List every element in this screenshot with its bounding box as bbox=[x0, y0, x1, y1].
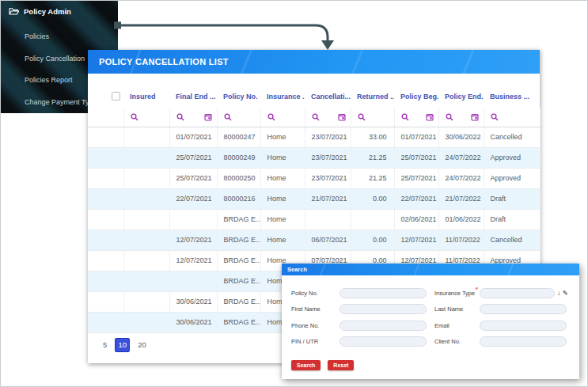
table-row[interactable]: 12/07/2021BRDAG E...Home06/07/20210.0012… bbox=[88, 230, 540, 250]
cell-policy_end: 24/07/2022 bbox=[438, 168, 484, 188]
dialog-field-row: Policy No.Insurance Type*↓✎ bbox=[282, 285, 579, 302]
search-filter-icon[interactable] bbox=[401, 113, 409, 121]
search-filter-icon[interactable] bbox=[312, 113, 320, 121]
cell-select bbox=[88, 209, 123, 230]
sidebar-item-change-payment-type[interactable]: Change Payment Type bbox=[25, 98, 97, 106]
last-name-field[interactable] bbox=[480, 304, 567, 314]
cell-returned: 0.00 bbox=[351, 230, 394, 250]
cell-business: Draft bbox=[484, 188, 540, 209]
page-size-option-20[interactable]: 20 bbox=[137, 339, 147, 351]
cell-business: Approved bbox=[484, 168, 540, 188]
phone-no-field[interactable] bbox=[340, 321, 427, 331]
search-filter-icon[interactable] bbox=[491, 113, 499, 121]
cell-insurance: Home bbox=[260, 168, 305, 188]
select-all-checkbox[interactable] bbox=[112, 92, 120, 101]
cell-select bbox=[88, 168, 123, 188]
cell-select bbox=[88, 147, 123, 168]
cell-insured bbox=[123, 271, 169, 291]
column-header-returned[interactable]: Returned ... bbox=[351, 85, 394, 108]
first-name-field[interactable] bbox=[340, 304, 427, 314]
field-label-insurance-type: Insurance Type bbox=[434, 290, 476, 297]
cell-returned: 21.25 bbox=[351, 168, 394, 188]
search-filter-icon[interactable] bbox=[131, 113, 138, 121]
cell-policy_no: 80000250 bbox=[217, 168, 260, 188]
cell-final_end: 12/07/2021 bbox=[169, 230, 217, 250]
search-dialog-header[interactable]: Search bbox=[282, 264, 579, 275]
cell-cancellation bbox=[305, 209, 351, 230]
cell-final_end bbox=[169, 271, 217, 291]
search-filter-icon[interactable] bbox=[358, 113, 366, 121]
dialog-buttons: Search Reset bbox=[291, 360, 579, 370]
pin-utr-field[interactable] bbox=[340, 336, 427, 347]
cell-final_end: 01/07/2021 bbox=[169, 127, 217, 147]
sidebar-item-policy-cancellation[interactable]: Policy Cancellation bbox=[25, 55, 85, 63]
search-filter-icon[interactable] bbox=[267, 113, 275, 121]
edit-pencil-icon[interactable]: ✎ bbox=[563, 288, 568, 298]
sidebar-item-policies[interactable]: Policies bbox=[25, 32, 49, 40]
search-button[interactable]: Search bbox=[291, 360, 321, 370]
table-row[interactable]: BRDAG E...Home02/06/202101/06/2022Draft bbox=[88, 209, 540, 230]
cell-policy_no: 80000249 bbox=[217, 147, 260, 168]
cell-policy_no: BRDAG E... bbox=[217, 230, 260, 250]
cell-policy_no: BRDAG E... bbox=[217, 209, 260, 230]
email-field[interactable] bbox=[480, 321, 567, 331]
field-label-client-no: Client No. bbox=[434, 338, 476, 345]
dropdown-arrow-icon[interactable]: ↓ bbox=[557, 288, 560, 298]
column-header-cancellation[interactable]: Cancellati... bbox=[305, 85, 351, 108]
table-row[interactable]: 01/07/202180000247Home23/07/202133.0001/… bbox=[88, 127, 540, 147]
insurance-type-field[interactable] bbox=[480, 288, 555, 298]
calendar-icon[interactable] bbox=[338, 113, 346, 121]
table-row[interactable]: 25/07/202180000249Home23/07/202121.2525/… bbox=[88, 147, 540, 168]
panel-header: POLICY CANCELLATION LIST bbox=[88, 50, 540, 74]
calendar-icon[interactable] bbox=[204, 113, 212, 121]
cell-returned: 33.00 bbox=[351, 127, 394, 147]
cell-cancellation: 21/07/2021 bbox=[305, 188, 351, 209]
calendar-icon[interactable] bbox=[426, 113, 434, 121]
cell-insurance: Home bbox=[260, 147, 305, 168]
column-header-policy_no[interactable]: Policy No. bbox=[217, 85, 260, 108]
column-header-insurance[interactable]: Insurance ... bbox=[260, 85, 305, 108]
column-header-policy_end[interactable]: Policy End... bbox=[438, 85, 484, 108]
cell-insurance: Home bbox=[260, 230, 305, 250]
column-header-business[interactable]: Business ... bbox=[484, 85, 540, 108]
page-size-option-10[interactable]: 10 bbox=[115, 338, 130, 352]
column-header-final_end[interactable]: Final End ... bbox=[169, 85, 217, 108]
column-header-policy_beg[interactable]: Policy Beg... bbox=[394, 85, 438, 108]
panel-title: POLICY CANCELLATION LIST bbox=[88, 50, 540, 74]
sidebar-title-policy-admin[interactable]: Policy Admin bbox=[9, 7, 71, 16]
cell-select bbox=[88, 230, 123, 250]
cell-insured bbox=[123, 250, 169, 271]
cell-insurance: Home bbox=[260, 209, 305, 230]
search-filter-icon[interactable] bbox=[224, 113, 232, 121]
cell-final_end: 22/07/2021 bbox=[169, 188, 217, 209]
search-filter-icon[interactable] bbox=[446, 113, 453, 121]
cell-insured bbox=[123, 291, 169, 312]
policy-no-field[interactable] bbox=[340, 288, 427, 298]
cell-insured bbox=[123, 147, 169, 168]
cell-final_end: 12/07/2021 bbox=[169, 250, 217, 271]
cell-policy_no: BRDAG E... bbox=[217, 250, 260, 271]
cell-policy_end: 01/06/2022 bbox=[438, 209, 484, 230]
page-size-option-5[interactable]: 5 bbox=[102, 339, 108, 351]
client-no-field[interactable] bbox=[480, 336, 567, 347]
cell-policy_end: 11/07/2022 bbox=[438, 230, 484, 250]
table-row[interactable]: 22/07/202180000216Home21/07/20210.0022/0… bbox=[88, 188, 540, 209]
field-label-last-name: Last Name bbox=[434, 305, 476, 313]
cell-returned: 0.00 bbox=[351, 188, 394, 209]
cell-business: Cancelled bbox=[484, 230, 540, 250]
search-filter-icon[interactable] bbox=[176, 113, 184, 121]
sidebar-item-policies-report[interactable]: Policies Report bbox=[25, 76, 73, 84]
cell-policy_beg: 01/07/2021 bbox=[394, 127, 438, 147]
cell-insured bbox=[123, 312, 169, 332]
column-header-insured[interactable]: Insured bbox=[123, 85, 169, 108]
calendar-icon[interactable] bbox=[471, 113, 479, 121]
dialog-field-row: PIN / UTRClient No. bbox=[282, 334, 579, 351]
table-row[interactable]: 25/07/202180000250Home23/07/202121.2525/… bbox=[88, 168, 540, 188]
cell-insured bbox=[123, 230, 169, 250]
cell-policy_end: 24/07/2022 bbox=[438, 147, 484, 168]
field-label-pin-utr: PIN / UTR bbox=[291, 338, 340, 345]
cell-returned bbox=[351, 209, 394, 230]
cell-final_end: 30/06/2021 bbox=[169, 291, 217, 312]
cell-policy_beg: 25/07/2021 bbox=[394, 168, 438, 188]
reset-button[interactable]: Reset bbox=[328, 360, 354, 370]
